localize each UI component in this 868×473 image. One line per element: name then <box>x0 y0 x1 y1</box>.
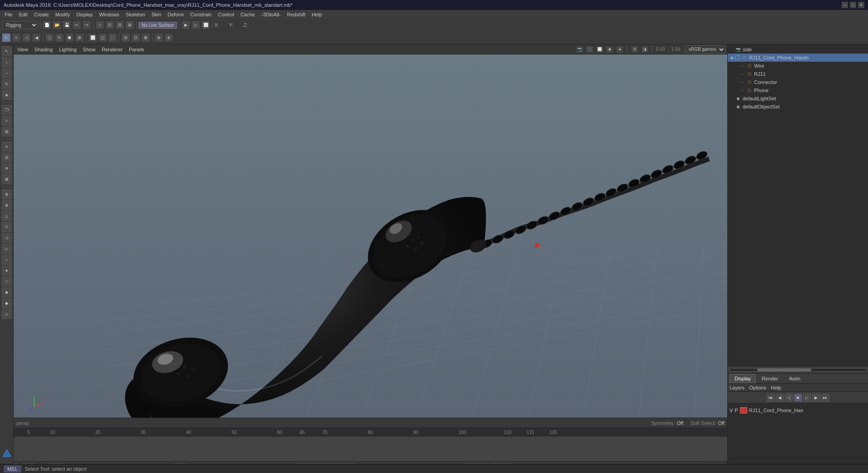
extra-tool2[interactable]: ⊗ <box>2 200 12 210</box>
soft-select-tool[interactable]: ◈ <box>2 90 12 100</box>
vp-menu-panels[interactable]: Panels <box>127 46 146 53</box>
vp-menu-show[interactable]: Show <box>81 46 98 53</box>
maximize-button[interactable]: □ <box>850 2 856 8</box>
menu-control[interactable]: Control <box>215 11 237 18</box>
move-manip-tool[interactable]: ↕ <box>2 57 12 67</box>
soft-btn[interactable]: ⊗ <box>164 33 173 42</box>
paint-skin-tool[interactable]: ≡ <box>2 142 12 152</box>
extra-tool10[interactable]: ■ <box>2 287 12 297</box>
minimize-button[interactable]: ─ <box>842 2 848 8</box>
snap-to-grid[interactable]: ❒ <box>2 105 12 115</box>
snap2-button[interactable]: ⊡ <box>105 20 114 30</box>
pivot-btn[interactable]: ⊕ <box>154 33 163 42</box>
extra-tool6[interactable]: ▷ <box>2 244 12 254</box>
undo-button[interactable]: ↩ <box>72 20 81 30</box>
extra-tool1[interactable]: ⊕ <box>2 189 12 199</box>
snap4-button[interactable]: ⊞ <box>125 20 134 30</box>
extra-tool3[interactable]: △ <box>2 211 12 221</box>
menu-display[interactable]: Display <box>74 11 95 18</box>
tab-display[interactable]: Display <box>730 374 756 383</box>
menu-skeleton[interactable]: Skeleton <box>123 11 148 18</box>
sculpt-tool[interactable]: ⊠ <box>2 174 12 184</box>
colorspace-select[interactable]: sRGB gamma <box>685 45 725 54</box>
menu-skin[interactable]: Skin <box>149 11 164 18</box>
tree-item-side[interactable]: 📷 side <box>728 45 868 54</box>
paint-blend-tool[interactable]: ⊟ <box>2 153 12 163</box>
wireframe-btn[interactable]: ⬚ <box>108 33 117 42</box>
extra-tool5[interactable]: ◁ <box>2 233 12 243</box>
snap-view[interactable]: ⊠ <box>141 33 150 42</box>
menu-windows[interactable]: Windows <box>96 11 122 18</box>
timeline-ruler[interactable]: 1 5 10 20 30 40 50 60 65 70 80 90 100 11… <box>0 428 727 437</box>
scale-manip-tool[interactable]: ↻ <box>2 79 12 89</box>
tool4[interactable]: ◀ <box>32 33 41 42</box>
snap-button[interactable]: ⊹ <box>95 20 104 30</box>
menu-deform[interactable]: Deform <box>165 11 187 18</box>
scroll-thumb[interactable] <box>757 369 812 371</box>
render-btn[interactable]: ▶ <box>181 20 190 30</box>
rotate-tool[interactable]: ↻ <box>55 33 64 42</box>
mode-dropdown[interactable]: Rigging <box>2 21 38 29</box>
mel-label[interactable]: MEL <box>4 465 21 473</box>
layer-color-swatch[interactable] <box>740 407 747 414</box>
new-scene-button[interactable]: 📄 <box>42 20 51 30</box>
vp-wire-btn[interactable]: ⬜ <box>596 46 603 53</box>
universal-tool[interactable]: ⊞ <box>75 33 84 42</box>
go-to-start-btn[interactable]: ⏮ <box>767 394 775 402</box>
options-menu[interactable]: Options <box>749 385 766 390</box>
vp-shadow-btn[interactable]: ◑ <box>641 46 648 53</box>
stop-btn[interactable]: ■ <box>794 394 802 402</box>
snap-grid[interactable]: ⊟ <box>121 33 130 42</box>
tree-item-rj11[interactable]: ─ ⬡ RJ11 <box>728 70 868 78</box>
paint-tool[interactable]: ⊹ <box>12 33 21 42</box>
move-tool[interactable]: ⬡ <box>45 33 54 42</box>
snap-to-point[interactable]: ⊹ <box>2 116 12 126</box>
timeline-track[interactable] <box>0 437 727 461</box>
tree-item-lightset[interactable]: ◉ defaultLightSet <box>728 94 868 103</box>
menu-create[interactable]: Create <box>31 11 52 18</box>
vp-shaded-btn[interactable]: ■ <box>606 46 613 53</box>
vp-menu-view[interactable]: View <box>15 46 30 53</box>
snap3-button[interactable]: ⊟ <box>115 20 124 30</box>
rotate-manip-tool[interactable]: ↔ <box>2 68 12 78</box>
menu-3dtall[interactable]: -3DtoAll- <box>258 11 283 18</box>
step-fwd-btn[interactable]: ▶ <box>812 394 820 402</box>
menu-cache[interactable]: Cache <box>238 11 258 18</box>
vp-smooth-btn[interactable]: ● <box>616 46 623 53</box>
vp-box-btn[interactable]: ⬚ <box>586 46 593 53</box>
menu-constrain[interactable]: Constrain <box>187 11 214 18</box>
layers-menu[interactable]: Layers <box>730 385 745 390</box>
tree-item-connector[interactable]: ─ ⬡ Connector <box>728 78 868 86</box>
extra-tool11[interactable]: ◆ <box>2 298 12 308</box>
extra-tool9[interactable]: □ <box>2 276 12 286</box>
extra-tool7[interactable]: ○ <box>2 255 12 265</box>
layer-p[interactable]: P <box>735 408 738 413</box>
redo-button[interactable]: ↪ <box>82 20 91 30</box>
render2-btn[interactable]: ▷ <box>191 20 200 30</box>
show-hide-btn[interactable]: ⬜ <box>88 33 97 42</box>
menu-help[interactable]: Help <box>309 11 325 18</box>
select-tool[interactable]: ↖ <box>2 33 11 42</box>
step-back-btn[interactable]: ◀ <box>776 394 784 402</box>
play-back-btn[interactable]: ◁ <box>785 394 793 402</box>
vp-menu-shading[interactable]: Shading <box>33 46 54 53</box>
extra-tool8[interactable]: ● <box>2 266 12 276</box>
save-button[interactable]: 💾 <box>62 20 71 30</box>
open-button[interactable]: 📂 <box>52 20 61 30</box>
outliner-scrollbar[interactable] <box>728 366 868 373</box>
play-fwd-btn[interactable]: ▷ <box>803 394 811 402</box>
smooth-btn[interactable]: ◫ <box>98 33 107 42</box>
extra-tool12[interactable]: ◇ <box>2 309 12 319</box>
tab-render[interactable]: Render <box>757 374 783 383</box>
tool3[interactable]: ◁ <box>22 33 31 42</box>
render3-btn[interactable]: ⬜ <box>201 20 210 30</box>
vp-light-btn[interactable]: ☀ <box>631 46 638 53</box>
vp-menu-renderer[interactable]: Renderer <box>100 46 124 53</box>
extra-tool4[interactable]: ▽ <box>2 222 12 232</box>
help-menu[interactable]: Help <box>771 385 781 390</box>
menu-edit[interactable]: Edit <box>16 11 30 18</box>
tree-item-objectset[interactable]: ◉ defaultObjectSet <box>728 103 868 111</box>
tree-item-wire[interactable]: ─ ⬡ Wire <box>728 62 868 70</box>
vp-cam-btn[interactable]: 📷 <box>576 46 583 53</box>
tab-anim[interactable]: Anim <box>784 374 805 383</box>
